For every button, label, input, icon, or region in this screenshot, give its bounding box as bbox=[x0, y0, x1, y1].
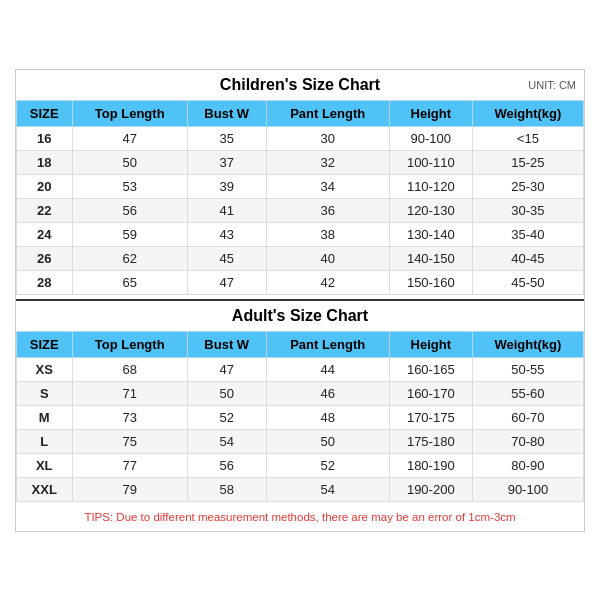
children-col-height: Height bbox=[389, 100, 472, 126]
size-cell: 26 bbox=[17, 246, 73, 270]
data-cell: 70-80 bbox=[472, 429, 583, 453]
data-cell: 65 bbox=[72, 270, 187, 294]
data-cell: 56 bbox=[72, 198, 187, 222]
table-row: M735248170-17560-70 bbox=[17, 405, 584, 429]
data-cell: 48 bbox=[266, 405, 389, 429]
data-cell: 160-165 bbox=[389, 357, 472, 381]
data-cell: 50 bbox=[72, 150, 187, 174]
size-cell: M bbox=[17, 405, 73, 429]
adult-section-title: Adult's Size Chart bbox=[232, 307, 368, 324]
data-cell: 30-35 bbox=[472, 198, 583, 222]
data-cell: 35-40 bbox=[472, 222, 583, 246]
data-cell: 52 bbox=[187, 405, 266, 429]
data-cell: 15-25 bbox=[472, 150, 583, 174]
data-cell: 39 bbox=[187, 174, 266, 198]
tips-text: TIPS: Due to different measurement metho… bbox=[84, 511, 515, 523]
table-row: XS684744160-16550-55 bbox=[17, 357, 584, 381]
data-cell: 54 bbox=[266, 477, 389, 501]
size-cell: 28 bbox=[17, 270, 73, 294]
children-header-row: SIZE Top Length Bust W Pant Length Heigh… bbox=[17, 100, 584, 126]
data-cell: 190-200 bbox=[389, 477, 472, 501]
data-cell: 59 bbox=[72, 222, 187, 246]
adult-col-weight: Weight(kg) bbox=[472, 331, 583, 357]
data-cell: 90-100 bbox=[389, 126, 472, 150]
table-row: L755450175-18070-80 bbox=[17, 429, 584, 453]
data-cell: 130-140 bbox=[389, 222, 472, 246]
data-cell: 36 bbox=[266, 198, 389, 222]
table-row: XL775652180-19080-90 bbox=[17, 453, 584, 477]
unit-label: UNIT: CM bbox=[528, 79, 576, 91]
table-row: 24594338130-14035-40 bbox=[17, 222, 584, 246]
data-cell: 47 bbox=[72, 126, 187, 150]
data-cell: 42 bbox=[266, 270, 389, 294]
size-chart-container: Children's Size Chart UNIT: CM SIZE Top … bbox=[15, 69, 585, 532]
table-row: 26624540140-15040-45 bbox=[17, 246, 584, 270]
tips-row: TIPS: Due to different measurement metho… bbox=[16, 502, 584, 531]
children-col-pantlength: Pant Length bbox=[266, 100, 389, 126]
data-cell: 120-130 bbox=[389, 198, 472, 222]
adult-size-table: SIZE Top Length Bust W Pant Length Heigh… bbox=[16, 331, 584, 502]
data-cell: 180-190 bbox=[389, 453, 472, 477]
data-cell: 160-170 bbox=[389, 381, 472, 405]
table-row: 1647353090-100<15 bbox=[17, 126, 584, 150]
size-cell: 16 bbox=[17, 126, 73, 150]
data-cell: 50-55 bbox=[472, 357, 583, 381]
data-cell: 32 bbox=[266, 150, 389, 174]
size-cell: XS bbox=[17, 357, 73, 381]
table-row: 22564136120-13030-35 bbox=[17, 198, 584, 222]
size-cell: 20 bbox=[17, 174, 73, 198]
data-cell: 175-180 bbox=[389, 429, 472, 453]
data-cell: 41 bbox=[187, 198, 266, 222]
data-cell: 40-45 bbox=[472, 246, 583, 270]
data-cell: 47 bbox=[187, 357, 266, 381]
data-cell: 150-160 bbox=[389, 270, 472, 294]
adult-col-pantlength: Pant Length bbox=[266, 331, 389, 357]
table-row: S715046160-17055-60 bbox=[17, 381, 584, 405]
data-cell: 53 bbox=[72, 174, 187, 198]
data-cell: <15 bbox=[472, 126, 583, 150]
children-col-toplength: Top Length bbox=[72, 100, 187, 126]
data-cell: 71 bbox=[72, 381, 187, 405]
data-cell: 79 bbox=[72, 477, 187, 501]
data-cell: 30 bbox=[266, 126, 389, 150]
data-cell: 43 bbox=[187, 222, 266, 246]
size-cell: 24 bbox=[17, 222, 73, 246]
size-cell: XL bbox=[17, 453, 73, 477]
adult-title-row: Adult's Size Chart bbox=[16, 299, 584, 331]
data-cell: 45 bbox=[187, 246, 266, 270]
data-cell: 90-100 bbox=[472, 477, 583, 501]
data-cell: 55-60 bbox=[472, 381, 583, 405]
table-row: 20533934110-12025-30 bbox=[17, 174, 584, 198]
data-cell: 52 bbox=[266, 453, 389, 477]
table-row: XXL795854190-20090-100 bbox=[17, 477, 584, 501]
data-cell: 170-175 bbox=[389, 405, 472, 429]
children-col-bustw: Bust W bbox=[187, 100, 266, 126]
data-cell: 80-90 bbox=[472, 453, 583, 477]
data-cell: 62 bbox=[72, 246, 187, 270]
size-cell: XXL bbox=[17, 477, 73, 501]
adult-col-bustw: Bust W bbox=[187, 331, 266, 357]
data-cell: 77 bbox=[72, 453, 187, 477]
data-cell: 58 bbox=[187, 477, 266, 501]
data-cell: 100-110 bbox=[389, 150, 472, 174]
data-cell: 35 bbox=[187, 126, 266, 150]
size-cell: 18 bbox=[17, 150, 73, 174]
children-size-table: SIZE Top Length Bust W Pant Length Heigh… bbox=[16, 100, 584, 295]
table-row: 18503732100-11015-25 bbox=[17, 150, 584, 174]
adult-col-size: SIZE bbox=[17, 331, 73, 357]
data-cell: 37 bbox=[187, 150, 266, 174]
data-cell: 40 bbox=[266, 246, 389, 270]
data-cell: 50 bbox=[187, 381, 266, 405]
size-cell: 22 bbox=[17, 198, 73, 222]
data-cell: 38 bbox=[266, 222, 389, 246]
data-cell: 54 bbox=[187, 429, 266, 453]
data-cell: 34 bbox=[266, 174, 389, 198]
children-title-row: Children's Size Chart UNIT: CM bbox=[16, 70, 584, 100]
size-cell: S bbox=[17, 381, 73, 405]
adult-col-toplength: Top Length bbox=[72, 331, 187, 357]
data-cell: 140-150 bbox=[389, 246, 472, 270]
data-cell: 46 bbox=[266, 381, 389, 405]
data-cell: 44 bbox=[266, 357, 389, 381]
data-cell: 68 bbox=[72, 357, 187, 381]
data-cell: 50 bbox=[266, 429, 389, 453]
